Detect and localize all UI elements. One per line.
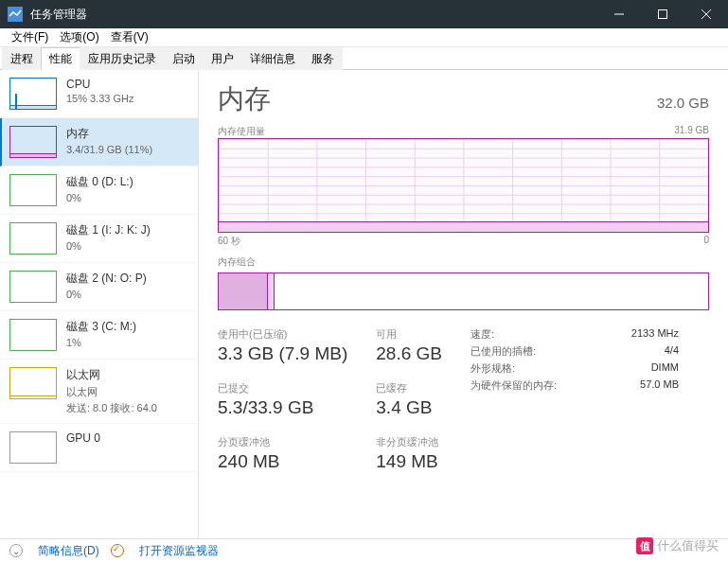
fewer-details-link[interactable]: 简略信息(D) <box>38 543 99 559</box>
watermark-icon: 值 <box>636 537 653 554</box>
app-icon <box>8 7 23 22</box>
composition-label: 内存组合 <box>218 255 256 269</box>
x-end: 0 <box>703 235 709 248</box>
chevron-down-icon[interactable]: ⌄ <box>9 544 23 557</box>
usage-label: 内存使用量 <box>218 125 265 138</box>
tab-startup[interactable]: 启动 <box>164 47 204 70</box>
stat-committed: 已提交5.3/33.9 GB <box>218 381 347 418</box>
minimize-button[interactable] <box>597 0 641 28</box>
sidebar-item-disk-3[interactable]: 磁盘 3 (C: M:)1% <box>0 311 198 360</box>
memory-thumb <box>9 126 57 158</box>
disk-thumb <box>9 174 57 206</box>
tab-app-history[interactable]: 应用历史记录 <box>80 47 165 70</box>
watermark: 值 什么值得买 <box>636 537 719 554</box>
stat-in-use: 使用中(已压缩)3.3 GB (7.9 MB) <box>218 327 347 364</box>
sidebar-item-cpu[interactable]: CPU15% 3.33 GHz <box>0 70 198 118</box>
stat-cached: 已缓存3.4 GB <box>376 381 442 418</box>
specs-section: 速度:2133 MHz 已使用的插槽:4/4 外形规格:DIMM 为硬件保留的内… <box>471 327 679 472</box>
tab-performance[interactable]: 性能 <box>41 47 80 70</box>
menu-options[interactable]: 选项(O) <box>54 29 104 45</box>
tab-bar: 进程 性能 应用历史记录 启动 用户 详细信息 服务 <box>0 47 728 70</box>
gpu-thumb <box>9 431 57 464</box>
performance-sidebar[interactable]: CPU15% 3.33 GHz 内存3.4/31.9 GB (11%) 磁盘 0… <box>0 70 199 538</box>
tab-services[interactable]: 服务 <box>303 47 343 70</box>
sidebar-item-ethernet[interactable]: 以太网以太网发送: 8.0 接收: 64.0 <box>0 360 198 424</box>
tab-processes[interactable]: 进程 <box>2 47 42 70</box>
main-panel: 内存 32.0 GB 内存使用量31.9 GB 60 秒0 内存组合 使用中(已… <box>199 70 728 538</box>
menu-view[interactable]: 查看(V) <box>105 29 154 45</box>
resmon-icon <box>111 544 124 557</box>
maximize-button[interactable] <box>641 0 684 28</box>
titlebar: 任务管理器 <box>0 0 728 28</box>
menubar: 文件(F) 选项(O) 查看(V) <box>0 28 728 47</box>
sidebar-item-gpu-0[interactable]: GPU 0 <box>0 424 198 472</box>
footer: ⌄ 简略信息(D) 打开资源监视器 <box>0 538 728 562</box>
menu-file[interactable]: 文件(F) <box>6 29 54 45</box>
ethernet-thumb <box>9 367 57 399</box>
sidebar-item-disk-0[interactable]: 磁盘 0 (D: L:)0% <box>0 167 198 215</box>
memory-composition-chart[interactable] <box>218 272 709 310</box>
disk-thumb <box>9 222 57 255</box>
stat-paged: 分页缓冲池240 MB <box>218 435 347 472</box>
sidebar-item-disk-1[interactable]: 磁盘 1 (I: J: K: J)0% <box>0 215 198 263</box>
stat-available: 可用28.6 GB <box>376 327 442 364</box>
memory-total: 32.0 GB <box>657 95 709 111</box>
stat-nonpaged: 非分页缓冲池149 MB <box>376 435 442 472</box>
x-start: 60 秒 <box>218 235 240 248</box>
disk-thumb <box>9 319 57 351</box>
composition-section: 内存组合 <box>218 255 709 310</box>
tab-users[interactable]: 用户 <box>203 47 242 70</box>
close-button[interactable] <box>684 0 728 28</box>
svg-rect-2 <box>659 10 667 19</box>
resource-monitor-link[interactable]: 打开资源监视器 <box>139 543 219 559</box>
stats-section: 使用中(已压缩)3.3 GB (7.9 MB) 可用28.6 GB 已提交5.3… <box>218 327 709 472</box>
memory-usage-chart[interactable] <box>218 138 709 233</box>
sidebar-item-disk-2[interactable]: 磁盘 2 (N: O: P)0% <box>0 263 198 311</box>
sidebar-item-memory[interactable]: 内存3.4/31.9 GB (11%) <box>0 118 198 167</box>
cpu-thumb <box>9 78 57 110</box>
window-title: 任务管理器 <box>30 7 597 23</box>
disk-thumb <box>9 271 57 303</box>
usage-max: 31.9 GB <box>674 125 709 138</box>
page-title: 内存 <box>218 81 271 117</box>
usage-chart-section: 内存使用量31.9 GB 60 秒0 <box>218 125 709 248</box>
tab-details[interactable]: 详细信息 <box>241 47 304 70</box>
